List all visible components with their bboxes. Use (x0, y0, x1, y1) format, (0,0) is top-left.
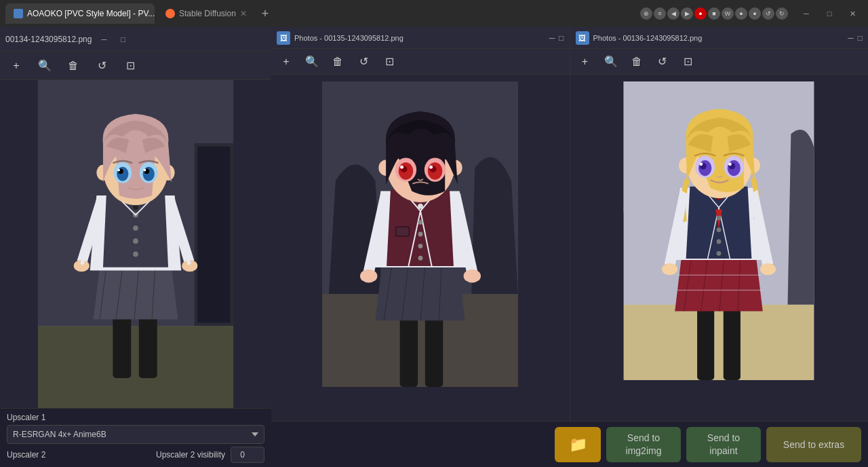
left-panel-titlebar: 00134-1243095812.png ─ □ (0, 27, 271, 52)
photo1-rotate-icon[interactable]: ↺ (354, 52, 373, 71)
svg-point-27 (117, 168, 120, 171)
svg-rect-6 (113, 312, 131, 377)
browser-icon-9[interactable]: ● (749, 7, 761, 20)
svg-rect-66 (697, 305, 714, 380)
upscaler1-row: Upscaler 1 (7, 413, 264, 422)
toolbar-zoom-icon[interactable]: 🔍 (35, 56, 54, 75)
left-panel-image-container (0, 80, 271, 408)
svg-point-77 (717, 240, 722, 244)
tab-label-sd: Stable Diffusion (179, 9, 236, 18)
photo1-delete-icon[interactable]: 🗑 (328, 52, 347, 71)
photo-2-icon: 🖼 (576, 31, 589, 45)
photo-2-maximize[interactable]: □ (858, 33, 863, 43)
svg-rect-34 (400, 314, 418, 387)
left-panel-minimize[interactable]: ─ (97, 35, 111, 43)
tab-favicon-aoaoko (14, 9, 23, 18)
photo-1-maximize[interactable]: □ (559, 33, 564, 43)
svg-point-40 (418, 204, 423, 209)
svg-point-46 (418, 256, 423, 261)
svg-point-13 (133, 225, 138, 231)
photo2-zoom-icon[interactable]: 🔍 (601, 52, 620, 71)
photo-1-toolbar: + 🔍 🗑 ↺ ⊡ (271, 49, 570, 75)
svg-point-91 (662, 263, 677, 275)
folder-icon: 📁 (569, 436, 587, 453)
browser-icon-6[interactable]: ■ (708, 7, 720, 20)
svg-rect-42 (397, 227, 409, 236)
upscaler2-label: Upscaler 2 (7, 450, 45, 460)
send-to-extras-button[interactable]: Send to extras (766, 427, 861, 462)
svg-point-14 (133, 238, 138, 244)
photo2-rotate-icon[interactable]: ↺ (653, 52, 672, 71)
tab-stable-diffusion[interactable]: Stable Diffusion ✕ (157, 3, 255, 24)
photo1-crop-icon[interactable]: ⊡ (380, 52, 399, 71)
minimize-button[interactable]: ─ (796, 6, 816, 21)
svg-point-76 (717, 227, 722, 232)
svg-point-78 (717, 251, 722, 256)
browser-icon-7[interactable]: W (722, 7, 734, 20)
toolbar-add-icon[interactable]: + (7, 56, 26, 75)
svg-point-89 (700, 162, 703, 166)
photo1-zoom-icon[interactable]: 🔍 (302, 52, 321, 71)
browser-icon-1[interactable]: ⊕ (640, 7, 652, 20)
tab-aoaoko[interactable]: AOAOKO [PVC Style Model] - PV... ✕ (5, 3, 155, 24)
tab-favicon-sd (165, 9, 175, 18)
browser-icon-3[interactable]: ◀ (667, 7, 679, 20)
svg-point-45 (418, 244, 423, 248)
photo-1-title: Photos - 00135-1243095812.png (294, 34, 403, 42)
svg-point-28 (144, 168, 146, 171)
svg-point-44 (418, 232, 423, 237)
svg-rect-1 (38, 326, 233, 408)
folder-button[interactable]: 📁 (555, 427, 601, 462)
photo-2-toolbar: + 🔍 🗑 ↺ ⊡ (570, 49, 869, 75)
browser-icon-4[interactable]: ▶ (681, 7, 693, 20)
photo1-add-icon[interactable]: + (277, 52, 296, 71)
action-buttons-row: 📁 Send to img2img Send to inpaint Send t… (271, 421, 868, 467)
upscaler2-visibility-input[interactable] (231, 447, 264, 463)
maximize-button[interactable]: □ (819, 6, 840, 21)
upscaler1-select[interactable]: R-ESRGAN 4x+ Anime6B (7, 425, 264, 444)
photo-1-minimize[interactable]: ─ (549, 33, 555, 43)
main-area: 00134-1243095812.png ─ □ + 🔍 🗑 ↺ ⊡ (0, 27, 868, 467)
upscaler1-select-row: R-ESRGAN 4x+ Anime6B (7, 425, 264, 444)
left-panel-title: 00134-1243095812.png (5, 35, 92, 44)
photo-window-1: 🖼 Photos - 00135-1243095812.png ─ □ + 🔍 … (271, 27, 570, 421)
svg-point-75 (717, 216, 722, 221)
photo2-delete-icon[interactable]: 🗑 (627, 52, 646, 71)
character-1-image (34, 80, 237, 408)
svg-point-60 (464, 269, 481, 283)
svg-point-57 (400, 166, 403, 169)
tab-add-button[interactable]: + (258, 7, 273, 21)
svg-point-16 (133, 204, 138, 210)
tab-label-aoaoko: AOAOKO [PVC Style Model] - PV... (27, 9, 155, 18)
svg-rect-64 (624, 305, 814, 380)
right-area: 🖼 Photos - 00135-1243095812.png ─ □ + 🔍 … (271, 27, 868, 467)
tab-close-sd[interactable]: ✕ (240, 9, 247, 18)
upscaler2-row: Upscaler 2 Upscaler 2 visibility (7, 447, 264, 463)
left-panel-toolbar: + 🔍 🗑 ↺ ⊡ (0, 52, 271, 80)
photo2-add-icon[interactable]: + (576, 52, 595, 71)
toolbar-crop-icon[interactable]: ⊡ (121, 56, 140, 75)
bottom-panel: Upscaler 1 R-ESRGAN 4x+ Anime6B Upscaler… (0, 408, 271, 467)
browser-chrome: AOAOKO [PVC Style Model] - PV... ✕ Stabl… (0, 0, 868, 27)
browser-icon-11[interactable]: ↻ (776, 7, 788, 20)
photo-windows-area: 🖼 Photos - 00135-1243095812.png ─ □ + 🔍 … (271, 27, 868, 421)
send-to-img2img-button[interactable]: Send to img2img (606, 427, 681, 462)
upscaler2-visibility-label: Upscaler 2 visibility (51, 450, 225, 460)
photo2-crop-icon[interactable]: ⊡ (679, 52, 698, 71)
character-3-image (620, 81, 817, 380)
browser-icon-10[interactable]: ↺ (762, 7, 774, 20)
browser-icon-8[interactable]: ● (735, 7, 747, 20)
left-panel-restore[interactable]: □ (116, 35, 130, 43)
upscaler1-label: Upscaler 1 (7, 413, 45, 422)
svg-point-59 (360, 269, 377, 283)
toolbar-rotate-icon[interactable]: ↺ (92, 56, 111, 75)
photo-2-title: Photos - 00136-1243095812.png (593, 34, 703, 42)
close-button[interactable]: ✕ (842, 6, 863, 21)
svg-rect-7 (139, 312, 157, 377)
browser-icon-5[interactable]: ● (694, 7, 707, 20)
photo-2-minimize[interactable]: ─ (848, 33, 854, 43)
toolbar-delete-icon[interactable]: 🗑 (64, 56, 83, 75)
browser-icon-2[interactable]: ≡ (654, 7, 666, 20)
send-inpaint-label: Send to inpaint (707, 432, 740, 456)
send-to-inpaint-button[interactable]: Send to inpaint (686, 427, 761, 462)
